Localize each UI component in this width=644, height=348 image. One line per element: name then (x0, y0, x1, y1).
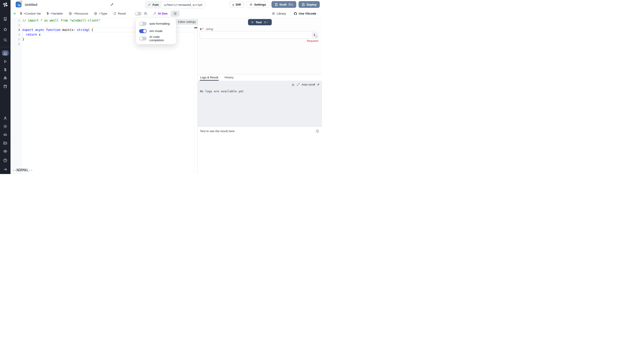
menu-item-ai-code-completion[interactable]: AI code completion (136, 35, 176, 42)
line-number: 2 (10, 23, 22, 28)
draft-button[interactable]: Draft ⌘S (272, 1, 296, 8)
line-number: 3 (10, 28, 22, 32)
auto-formatting-toggle[interactable] (139, 22, 147, 26)
script-emoji-avatar (20, 0, 22, 3)
sidebar-bottom-group (2, 158, 9, 174)
download-logs-icon[interactable] (291, 83, 295, 86)
add-resource-button[interactable]: +Resource (69, 12, 88, 15)
gear-icon (249, 3, 253, 6)
tab-logs-result[interactable]: Logs & Result (200, 74, 219, 81)
line-number: 4 (10, 32, 22, 37)
save-icon (302, 3, 305, 6)
result-placeholder: Test to see the result here (200, 129, 234, 133)
multiplayer-toggle[interactable] (135, 12, 142, 16)
test-shortcut: ⌘↵ (264, 21, 269, 24)
editor-scroll-gutter (194, 18, 194, 174)
use-vscode-button[interactable]: Use VScode (294, 12, 316, 16)
argument-type: string (206, 27, 213, 31)
toolbar-right: Library Use VScode (272, 12, 322, 16)
logs-controls: Auto scroll ✓ (291, 83, 320, 86)
ai-gen-button[interactable]: AI Gen (153, 12, 168, 15)
auto-scroll-checkmark[interactable]: ✓ (317, 83, 320, 86)
sidebar-item-audit-logs[interactable] (2, 148, 9, 154)
line-number-gutter: 123456 (10, 18, 22, 46)
line-number: 5 (10, 37, 22, 42)
ai-code-completion-toggle[interactable] (139, 37, 147, 41)
lsp-status-dot (14, 13, 16, 15)
no-logs-message: No logs are available yet (200, 90, 244, 93)
editor-settings-button[interactable] (170, 11, 180, 17)
line-number: 6 (10, 42, 22, 46)
line-number: 1 (10, 18, 22, 23)
deploy-button[interactable]: Deploy (298, 1, 320, 8)
script-title: Untitled (25, 0, 37, 9)
add-type-button[interactable]: +Type (94, 12, 107, 15)
path-value: u/henri/renowned_script (161, 1, 205, 8)
expand-sidebar-icon[interactable] (2, 166, 9, 172)
sidebar-item-folders[interactable] (2, 140, 9, 145)
edit-title-pencil-icon[interactable] (110, 2, 114, 7)
sidebar-item-variables[interactable]: $ (2, 67, 9, 72)
sidebar-item-settings[interactable] (2, 124, 9, 129)
editor-toolbar: $ +Context Var $ +Variable +Resource +Ty… (10, 9, 322, 18)
dollar-icon: $ (47, 12, 48, 15)
wand-icon (153, 12, 156, 15)
argument-label: x* string (200, 27, 213, 31)
expand-logs-icon[interactable] (297, 83, 300, 86)
sidebar-item-workspace[interactable] (2, 16, 9, 22)
tab-history[interactable]: History (224, 74, 234, 81)
library-button[interactable]: Library (272, 12, 286, 15)
settings-button[interactable]: Settings (246, 1, 269, 8)
sidebar: $ (0, 0, 10, 174)
menu-item-vim-mode[interactable]: vim mode (136, 27, 176, 35)
test-button[interactable]: Test ⌘↵ (248, 19, 272, 25)
reset-button[interactable]: Reset (113, 12, 126, 15)
sidebar-admin-group (2, 115, 9, 154)
required-asterisk: * (202, 27, 204, 31)
overview-ruler-cursor-mark (194, 27, 197, 28)
argument-input[interactable]: $ (200, 31, 318, 39)
windmill-script-editor: $ TS Untitled Path u/henri/renowned_scri… (0, 0, 322, 174)
windmill-logo-icon[interactable] (2, 2, 8, 8)
add-context-var-button[interactable]: $ +Context Var (20, 12, 41, 15)
library-icon (272, 12, 275, 15)
sidebar-item-resources[interactable] (2, 75, 9, 81)
result-tabs: Logs & Result History (198, 74, 322, 81)
info-icon[interactable] (316, 129, 319, 133)
add-variable-button[interactable]: $ +Variable (47, 12, 63, 15)
sidebar-item-home[interactable] (2, 50, 9, 56)
plus-minus-icon: ± (232, 3, 234, 6)
path-button[interactable]: Path u/henri/renowned_script (145, 1, 206, 8)
indent-guide (22, 32, 22, 37)
sidebar-main-group: $ (2, 50, 9, 89)
save-icon (274, 3, 278, 6)
resize-grip-icon[interactable] (315, 36, 318, 38)
logs-pane: Auto scroll ✓ No logs are available yet (198, 81, 322, 126)
vim-mode-toggle[interactable] (139, 29, 147, 33)
sidebar-top-group (2, 16, 9, 43)
reset-icon (113, 12, 116, 15)
argument-name: x (200, 27, 202, 31)
test-panel: Test ⌘↵ x* string $ Required Logs & Resu… (198, 18, 322, 174)
pencil-icon (148, 3, 151, 6)
sidebar-item-schedules[interactable] (2, 84, 9, 89)
play-icon (251, 21, 254, 24)
sidebar-item-users[interactable] (2, 115, 9, 121)
topbar: TS Untitled Path u/henri/renowned_script… (10, 0, 322, 9)
sidebar-item-favorites[interactable] (2, 27, 9, 32)
sidebar-item-runs[interactable] (2, 59, 9, 64)
auto-scroll-label[interactable]: Auto scroll (302, 83, 315, 86)
search-icon[interactable] (2, 37, 9, 43)
required-validation-text: Required (307, 39, 318, 43)
users-icon (144, 12, 148, 16)
draft-shortcut: ⌘S (288, 3, 293, 6)
diff-button[interactable]: ± Diff (229, 1, 244, 8)
menu-item-auto-formatting[interactable]: auto-formatting (136, 20, 176, 27)
path-label: Path (152, 3, 159, 7)
vim-mode-status: --NORMAL-- (12, 168, 33, 172)
gear-icon (173, 12, 177, 16)
help-icon[interactable] (2, 158, 9, 163)
result-pane: Test to see the result here (198, 126, 322, 174)
sidebar-item-workers[interactable] (2, 132, 9, 137)
github-icon (294, 12, 297, 16)
